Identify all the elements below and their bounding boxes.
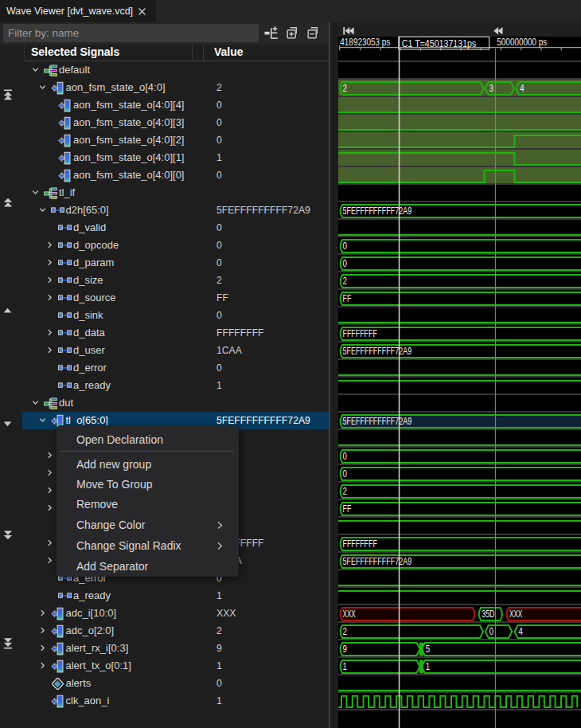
svg-text:0: 0 [343, 451, 348, 462]
svg-text:1: 1 [426, 661, 431, 672]
svg-text:418923053 ps: 418923053 ps [340, 37, 390, 48]
svg-text:2: 2 [343, 626, 348, 637]
svg-text:9: 9 [343, 644, 348, 655]
svg-text:2: 2 [343, 276, 348, 287]
svg-text:XXX: XXX [343, 609, 356, 620]
svg-text:5FEFFFFFFFFF72A9: 5FEFFFFFFFFF72A9 [343, 205, 412, 217]
svg-text:0: 0 [489, 626, 494, 637]
svg-text:FFFFFFFF: FFFFFFFF [343, 538, 377, 550]
svg-text:0: 0 [343, 468, 348, 479]
svg-text:5FEFFFFFFFFF72A9: 5FEFFFFFFFFF72A9 [343, 556, 412, 567]
svg-text:4: 4 [520, 83, 524, 94]
svg-text:0: 0 [343, 241, 348, 252]
svg-text:C1 T=450137131ps: C1 T=450137131ps [402, 38, 477, 49]
svg-text:5FEFFFFFFFFF72A9: 5FEFFFFFFFFF72A9 [343, 416, 412, 427]
svg-text:500000000 ps: 500000000 ps [497, 37, 547, 48]
svg-text:0: 0 [343, 258, 348, 269]
svg-text:4: 4 [519, 626, 524, 637]
svg-text:FFFFFFFF: FFFFFFFF [343, 328, 377, 339]
svg-text:1: 1 [343, 661, 348, 672]
svg-text:5FEFFFFFFFFF72A9: 5FEFFFFFFFFF72A9 [343, 346, 412, 357]
svg-text:2: 2 [343, 486, 348, 497]
svg-text:2: 2 [343, 83, 348, 94]
svg-text:35D: 35D [482, 609, 494, 620]
svg-text:3: 3 [489, 83, 494, 94]
svg-text:5: 5 [426, 644, 431, 655]
svg-text:FF: FF [343, 293, 352, 304]
svg-text:FF: FF [343, 503, 352, 515]
svg-text:XXX: XXX [509, 609, 522, 620]
